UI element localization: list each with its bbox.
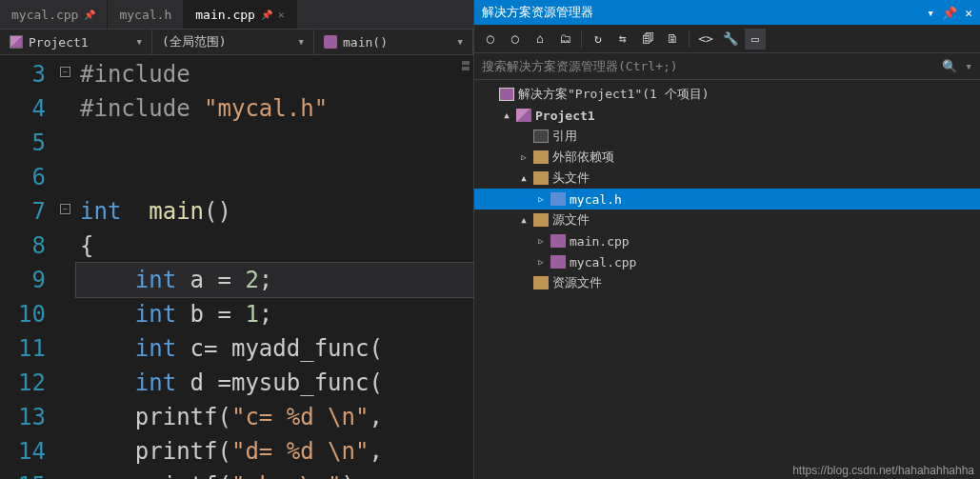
cpp-icon xyxy=(550,255,566,269)
back-icon[interactable]: ◯ xyxy=(480,29,501,50)
code-editor[interactable]: 3456789101112131415 −− #include #include… xyxy=(0,55,473,479)
tab-mycal-cpp[interactable]: mycal.cpp📌 xyxy=(0,0,108,29)
editor-pane: mycal.cpp📌mycal.hmain.cpp📌✕ Project1 ▼ (… xyxy=(0,0,473,479)
editor-tabs: mycal.cpp📌mycal.hmain.cpp📌✕ xyxy=(0,0,473,29)
proj-icon xyxy=(516,109,531,122)
line-number: 4 xyxy=(0,91,46,126)
sln-icon xyxy=(499,88,514,101)
code-line[interactable]: int b = 1; xyxy=(76,297,473,331)
line-number: 8 xyxy=(0,229,46,263)
line-number: 15 xyxy=(0,469,46,479)
code-line[interactable]: printf("d= %d \n", xyxy=(76,434,473,469)
fold-toggle[interactable]: − xyxy=(60,204,70,214)
line-number: 5 xyxy=(0,126,46,160)
tree-node[interactable]: ▲头文件 xyxy=(474,168,980,189)
context-function-label: main() xyxy=(343,35,388,50)
tab-mycal-h[interactable]: mycal.h xyxy=(108,0,184,29)
code-line[interactable]: int c= myadd_func( xyxy=(76,331,473,366)
tree-node[interactable]: 解决方案"Project1"(1 个项目) xyxy=(474,84,980,105)
code-line[interactable]: int main() xyxy=(76,194,473,229)
context-scope[interactable]: (全局范围) ▼ xyxy=(152,30,314,54)
code-line[interactable]: printf("ok~ \n") xyxy=(76,469,473,479)
code-line[interactable]: #include xyxy=(76,57,473,91)
tree-node[interactable]: ▲源文件 xyxy=(474,210,980,230)
line-number: 12 xyxy=(0,366,46,400)
expand-icon[interactable]: ▲ xyxy=(501,110,512,120)
folder-icon xyxy=(533,276,549,289)
code-line[interactable]: int d =mysub_func( xyxy=(76,366,473,400)
tree-label: 外部依赖项 xyxy=(552,149,614,166)
code-line[interactable]: { xyxy=(76,229,473,263)
line-number: 10 xyxy=(0,297,46,331)
project-icon xyxy=(10,35,23,49)
tree-node[interactable]: ▷mycal.h xyxy=(474,189,980,210)
tree-label: 解决方案"Project1"(1 个项目) xyxy=(518,86,710,103)
pin-icon[interactable]: 📌 xyxy=(84,10,95,20)
tab-main-cpp[interactable]: main.cpp📌✕ xyxy=(184,0,296,29)
tree-node[interactable]: ▷mycal.cpp xyxy=(474,251,980,272)
pin-icon[interactable]: 📌 xyxy=(942,6,957,20)
solution-explorer: 解决方案资源管理器 ▾ 📌 ✕ ◯ ◯ ⌂ 🗂 ↻ ⇆ 🗐 🗎 <> 🔧 ▭ 搜… xyxy=(473,0,980,479)
explorer-titlebar[interactable]: 解决方案资源管理器 ▾ 📌 ✕ xyxy=(474,0,980,25)
line-gutter: 3456789101112131415 xyxy=(0,55,57,479)
code-line[interactable]: printf("c= %d \n", xyxy=(76,400,473,434)
code-lines[interactable]: #include #include "mycal.h" int main(){ … xyxy=(76,55,473,479)
line-number: 11 xyxy=(0,331,46,366)
function-icon xyxy=(324,35,337,49)
folder-icon xyxy=(533,171,549,185)
close-icon[interactable]: ✕ xyxy=(278,9,285,21)
code-line[interactable]: int a = 2; xyxy=(76,263,473,297)
solution-tree[interactable]: https://blog.csdn.net/hahahahhahha 解决方案"… xyxy=(474,80,980,479)
fold-toggle[interactable]: − xyxy=(60,67,70,77)
cpp-icon xyxy=(550,234,566,248)
collapse-icon[interactable]: ⇆ xyxy=(612,29,633,50)
expand-icon[interactable]: ▷ xyxy=(535,194,547,204)
search-icon[interactable]: 🔍 ▾ xyxy=(942,59,972,73)
close-icon[interactable]: ✕ xyxy=(965,6,972,20)
properties-icon[interactable]: 🗎 xyxy=(662,29,683,50)
wrench-icon[interactable]: 🔧 xyxy=(720,29,741,50)
line-number: 14 xyxy=(0,434,46,469)
expand-icon[interactable] xyxy=(484,90,495,99)
dropdown-icon[interactable]: ▾ xyxy=(927,6,934,20)
expand-icon[interactable]: ▲ xyxy=(518,173,530,183)
tree-node[interactable]: 资源文件 xyxy=(474,272,980,293)
code-line[interactable] xyxy=(76,160,473,194)
fold-gutter[interactable]: −− xyxy=(57,55,76,479)
tree-node[interactable]: ▷外部依赖项 xyxy=(474,147,980,168)
expand-icon[interactable]: ▷ xyxy=(518,152,530,162)
line-number: 7 xyxy=(0,194,46,229)
h-icon xyxy=(550,192,566,206)
line-number: 9 xyxy=(0,263,46,297)
pin-icon[interactable]: 📌 xyxy=(261,10,272,20)
expand-icon[interactable]: ▷ xyxy=(535,236,547,246)
tab-label: mycal.cpp xyxy=(11,8,78,22)
explorer-toolbar: ◯ ◯ ⌂ 🗂 ↻ ⇆ 🗐 🗎 <> 🔧 ▭ xyxy=(474,25,980,53)
tree-node[interactable]: ▲Project1 xyxy=(474,105,980,126)
preview-icon[interactable]: ▭ xyxy=(745,29,766,50)
sync-icon[interactable]: 🗂 xyxy=(554,29,575,50)
tree-node[interactable]: 引用 xyxy=(474,126,980,147)
code-icon[interactable]: <> xyxy=(695,29,716,50)
context-function[interactable]: main() ▼ xyxy=(314,30,473,54)
ref-icon xyxy=(533,130,549,143)
expand-icon[interactable]: ▲ xyxy=(518,215,530,225)
expand-icon[interactable] xyxy=(518,131,530,141)
search-placeholder: 搜索解决方案资源管理器(Ctrl+;) xyxy=(482,58,678,75)
explorer-search[interactable]: 搜索解决方案资源管理器(Ctrl+;) 🔍 ▾ xyxy=(474,53,980,80)
expand-icon[interactable] xyxy=(518,278,530,288)
show-all-icon[interactable]: 🗐 xyxy=(637,29,658,50)
watermark: https://blog.csdn.net/hahahahhahha xyxy=(792,464,974,477)
code-line[interactable]: #include "mycal.h" xyxy=(76,91,473,126)
context-project[interactable]: Project1 ▼ xyxy=(0,30,152,54)
context-bar: Project1 ▼ (全局范围) ▼ main() ▼ xyxy=(0,29,473,55)
tree-label: 源文件 xyxy=(552,211,590,229)
code-line[interactable] xyxy=(76,126,473,160)
refresh-icon[interactable]: ↻ xyxy=(588,29,609,50)
tree-node[interactable]: ▷main.cpp xyxy=(474,230,980,251)
expand-icon[interactable]: ▷ xyxy=(535,257,547,267)
home-icon[interactable]: ⌂ xyxy=(530,29,550,50)
line-number: 6 xyxy=(0,160,46,194)
tree-label: main.cpp xyxy=(570,234,630,249)
forward-icon[interactable]: ◯ xyxy=(505,29,526,50)
